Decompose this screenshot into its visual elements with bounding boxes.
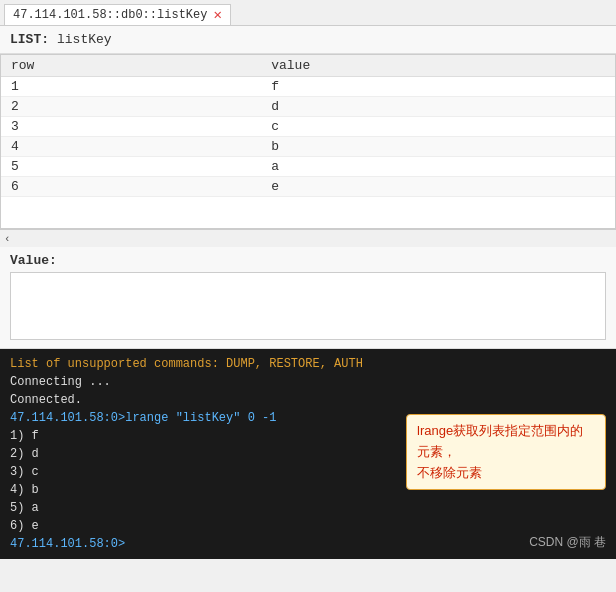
value-textarea[interactable]: [10, 272, 606, 340]
table-row[interactable]: 6e: [1, 177, 615, 197]
list-label: LIST:: [10, 32, 49, 47]
table-header-row: row value: [1, 55, 615, 77]
scroll-area[interactable]: ‹: [0, 229, 616, 247]
cell-value: c: [261, 117, 615, 137]
cell-row: 2: [1, 97, 261, 117]
console-line: 5) a: [10, 499, 606, 517]
list-header: LIST: listKey: [0, 26, 616, 54]
cell-value: b: [261, 137, 615, 157]
col-value: value: [261, 55, 615, 77]
tab-bar: 47.114.101.58::db0::listKey ✕: [0, 0, 616, 26]
table-row[interactable]: 4b: [1, 137, 615, 157]
console-area[interactable]: List of unsupported commands: DUMP, REST…: [0, 349, 616, 559]
watermark: CSDN @雨 巷: [529, 534, 606, 551]
console-line: Connected.: [10, 391, 606, 409]
data-table: row value 1f2d3c4b5a6e: [1, 55, 615, 197]
console-line: List of unsupported commands: DUMP, REST…: [10, 355, 606, 373]
cell-value: d: [261, 97, 615, 117]
annotation-line1: lrange获取列表指定范围内的元素，: [417, 423, 583, 459]
table-row[interactable]: 1f: [1, 77, 615, 97]
console-line: 47.114.101.58:0>: [10, 535, 606, 553]
tab-label: 47.114.101.58::db0::listKey: [13, 8, 207, 22]
cell-value: e: [261, 177, 615, 197]
cell-value: f: [261, 77, 615, 97]
table-body: 1f2d3c4b5a6e: [1, 77, 615, 197]
cell-value: a: [261, 157, 615, 177]
cell-row: 5: [1, 157, 261, 177]
table-row[interactable]: 3c: [1, 117, 615, 137]
cell-row: 4: [1, 137, 261, 157]
table-area[interactable]: row value 1f2d3c4b5a6e: [0, 54, 616, 229]
active-tab[interactable]: 47.114.101.58::db0::listKey ✕: [4, 4, 231, 25]
cell-row: 6: [1, 177, 261, 197]
list-key-value: listKey: [57, 32, 112, 47]
console-line: 6) e: [10, 517, 606, 535]
table-row[interactable]: 5a: [1, 157, 615, 177]
cell-row: 1: [1, 77, 261, 97]
col-row: row: [1, 55, 261, 77]
cell-row: 3: [1, 117, 261, 137]
value-label: Value:: [10, 253, 57, 268]
scroll-left-indicator: ‹: [4, 233, 11, 245]
table-row[interactable]: 2d: [1, 97, 615, 117]
annotation-line2: 不移除元素: [417, 465, 482, 480]
console-line: Connecting ...: [10, 373, 606, 391]
tab-close-icon[interactable]: ✕: [213, 8, 221, 22]
annotation-bubble: lrange获取列表指定范围内的元素， 不移除元素: [406, 414, 606, 490]
value-section: Value:: [0, 247, 616, 349]
